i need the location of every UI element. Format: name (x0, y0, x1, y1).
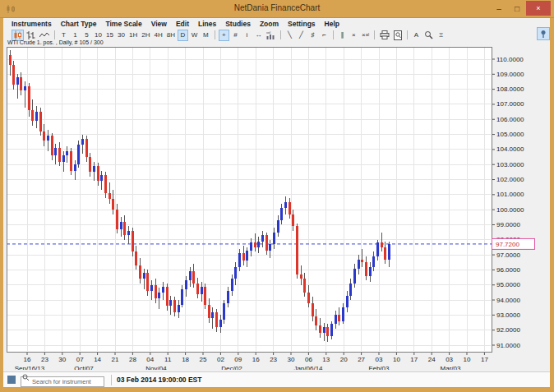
line-icon (39, 31, 49, 39)
angle-line-button[interactable]: ⌐ (319, 30, 330, 41)
svg-text:28: 28 (129, 356, 136, 363)
timeframe-2h-button[interactable]: 2H (140, 30, 151, 41)
svg-text:Nov/04: Nov/04 (145, 365, 167, 370)
svg-text:93.0000: 93.0000 (496, 311, 520, 319)
title-bar: NetDania FinanceChart – □ × (0, 0, 554, 18)
window-border-right (550, 18, 554, 392)
svg-text:30: 30 (58, 356, 66, 363)
print-preview-button[interactable] (392, 30, 404, 41)
svg-text:07: 07 (76, 356, 84, 363)
zoom-tool-button[interactable] (422, 30, 435, 41)
svg-text:30: 30 (288, 356, 295, 363)
dock-panel-button[interactable] (537, 27, 550, 40)
trendline-down-button[interactable]: ╲ (284, 30, 295, 41)
svg-text:14: 14 (94, 356, 101, 363)
svg-text:03: 03 (376, 356, 383, 363)
svg-text:21: 21 (112, 356, 119, 363)
status-indicator-icon (7, 376, 16, 384)
menu-view[interactable]: View (151, 19, 167, 29)
toolbar-separator (54, 30, 55, 39)
svg-text:105.0000: 105.0000 (496, 131, 524, 138)
y-axis: 91.000092.000093.000094.000095.000096.00… (492, 56, 524, 349)
svg-text:04: 04 (146, 356, 154, 363)
svg-text:92.0000: 92.0000 (496, 326, 520, 334)
menu-time-scale[interactable]: Time Scale (105, 19, 141, 29)
svg-text:24: 24 (428, 356, 436, 363)
svg-text:02: 02 (217, 356, 224, 363)
timeframe-15m-button[interactable]: 15 (104, 30, 115, 41)
candlestick-icon (13, 30, 22, 40)
svg-text:91.0000: 91.0000 (496, 342, 520, 349)
pin-icon (539, 30, 547, 38)
svg-text:96.0000: 96.0000 (496, 266, 520, 274)
status-bar: 03 Feb 2014 19:00:00 EST (3, 371, 550, 387)
svg-text:13: 13 (322, 356, 330, 363)
svg-text:108.0000: 108.0000 (496, 85, 524, 93)
horizontal-scale-button[interactable]: ↔ (253, 30, 264, 41)
svg-text:99.0000: 99.0000 (496, 221, 520, 228)
channel-button[interactable]: ♯ (307, 30, 318, 41)
price-chart[interactable]: 91.000092.000093.000094.000095.000096.00… (7, 47, 547, 370)
search-input[interactable] (21, 376, 104, 387)
parallel-line-button[interactable]: ∥ (337, 30, 348, 41)
trendline-up-button[interactable]: ╱ (296, 30, 307, 41)
menu-edit[interactable]: Edit (176, 19, 189, 29)
svg-text:11: 11 (164, 356, 172, 363)
print-icon (380, 30, 390, 39)
window-title: NetDania FinanceChart (0, 3, 554, 12)
close-button[interactable]: × (526, 1, 551, 16)
search-icon (22, 374, 30, 381)
delete-all-lines-button[interactable]: ×al (360, 30, 371, 41)
svg-text:102.0000: 102.0000 (496, 176, 524, 183)
svg-text:20: 20 (340, 356, 348, 363)
svg-text:10: 10 (393, 356, 400, 363)
volume-button[interactable]: vol (265, 30, 277, 41)
svg-text:Dec/02: Dec/02 (221, 365, 242, 370)
info-button[interactable]: i (242, 30, 252, 41)
svg-text:Feb/03: Feb/03 (369, 365, 390, 370)
timeframe-8h-button[interactable]: 8H (165, 30, 177, 41)
menu-settings[interactable]: Settings (288, 19, 316, 29)
svg-text:27: 27 (358, 356, 365, 363)
svg-text:101.0000: 101.0000 (496, 191, 524, 198)
svg-text:Oct/07: Oct/07 (74, 365, 94, 370)
svg-text:Sep/16/13: Sep/16/13 (15, 365, 45, 370)
delete-all-subscript: al (366, 33, 369, 37)
print-button[interactable] (378, 30, 391, 41)
svg-text:94.0000: 94.0000 (496, 297, 520, 304)
maximize-button[interactable]: □ (508, 0, 526, 16)
menu-lines[interactable]: Lines (198, 19, 216, 29)
timeframe-30m-button[interactable]: 30 (116, 30, 127, 41)
svg-text:104.0000: 104.0000 (496, 145, 524, 153)
menu-studies[interactable]: Studies (225, 19, 251, 29)
svg-text:109.0000: 109.0000 (496, 71, 524, 78)
svg-text:16: 16 (24, 356, 31, 363)
text-annotation-button[interactable]: A (411, 30, 422, 41)
timeframe-1h-button[interactable]: 1H (127, 30, 139, 41)
timeframe-monthly-button[interactable]: M (201, 30, 211, 41)
candle (296, 224, 298, 279)
menu-help[interactable]: Help (325, 19, 339, 29)
menu-zoom[interactable]: Zoom (260, 19, 279, 29)
svg-text:23: 23 (270, 356, 277, 363)
svg-text:107.0000: 107.0000 (496, 100, 524, 108)
svg-text:97.7200: 97.7200 (496, 241, 519, 248)
levels-button[interactable]: Ξ (436, 30, 446, 41)
delete-line-button[interactable]: × (349, 30, 359, 41)
svg-text:106.0000: 106.0000 (496, 116, 524, 123)
grid-button[interactable]: # (230, 30, 241, 41)
menu-instruments[interactable]: Instruments (12, 19, 52, 29)
svg-text:16: 16 (252, 356, 260, 363)
toolbar-separator (333, 30, 334, 39)
timeframe-weekly-button[interactable]: W (189, 30, 200, 41)
toolbar-separator (407, 30, 408, 39)
minimize-button[interactable]: – (490, 0, 508, 16)
crosshair-button[interactable]: + (219, 30, 229, 41)
statusbar-divider (111, 375, 112, 385)
menu-chart-type[interactable]: Chart Type (61, 19, 97, 29)
timeframe-4h-button[interactable]: 4H (152, 30, 164, 41)
timeframe-daily-button[interactable]: D (178, 30, 188, 41)
quote-timestamp: 03 Feb 2014 19:00:00 EST (117, 376, 201, 384)
preview-icon (394, 30, 402, 40)
toolbar-separator (215, 30, 215, 39)
